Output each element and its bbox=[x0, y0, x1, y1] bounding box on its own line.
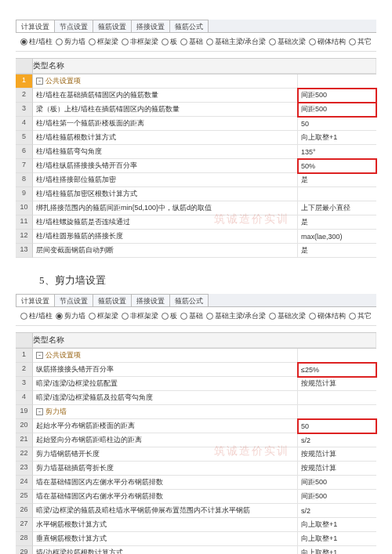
filter-radio[interactable]: 其它 bbox=[349, 311, 372, 321]
table-row[interactable]: 13 层间变截面钢筋自动判断是 bbox=[16, 244, 376, 258]
row-value[interactable]: s/2 bbox=[298, 504, 376, 518]
tab-hoop-settings[interactable]: 箍筋设置 bbox=[93, 20, 132, 32]
table-row[interactable]: 5 柱/墙柱箍筋根数计算方式向上取整+1 bbox=[16, 131, 376, 145]
row-value[interactable]: 50 bbox=[298, 117, 376, 131]
radio-icon bbox=[349, 313, 356, 320]
tab-node-settings[interactable]: 节点设置 bbox=[54, 294, 93, 306]
filter-radio[interactable]: 其它 bbox=[349, 37, 372, 47]
row-value[interactable]: s/2 bbox=[298, 433, 376, 447]
row-value[interactable]: 按规范计算 bbox=[298, 377, 376, 391]
filter-radio[interactable]: 基础次梁 bbox=[269, 311, 306, 321]
group-shearwall[interactable]: 19 -剪力墙 bbox=[16, 405, 376, 419]
group-public-settings-2[interactable]: 1 -公共设置项 bbox=[16, 349, 376, 363]
tab-node-settings[interactable]: 节点设置 bbox=[54, 20, 93, 32]
row-value[interactable]: ≤25% bbox=[298, 363, 376, 377]
table-row[interactable]: 25 墙在基础锚固区内右侧水平分布钢筋排数间距500 bbox=[16, 490, 376, 504]
filter-label: 基础 bbox=[189, 311, 203, 321]
filter-radio[interactable]: 柱/墙柱 bbox=[20, 311, 53, 321]
row-value[interactable]: 是 bbox=[298, 173, 376, 187]
tab-lap-settings[interactable]: 搭接设置 bbox=[131, 20, 170, 32]
table-row[interactable]: 23 剪力墙基础插筋弯折长度按规范计算 bbox=[16, 462, 376, 476]
table-row[interactable]: 28 垂直钢筋根数计算方式向上取整+1 bbox=[16, 532, 376, 546]
tab-calc-settings[interactable]: 计算设置 bbox=[16, 20, 55, 32]
filter-label: 非框架梁 bbox=[130, 37, 158, 47]
row-value[interactable]: 是 bbox=[298, 244, 376, 258]
table-row[interactable]: 6 柱/墙柱箍筋弯勾角度135° bbox=[16, 145, 376, 159]
row-value[interactable]: 按规范计算 bbox=[298, 462, 376, 476]
table-row[interactable]: 12 柱/墙柱圆形箍筋的搭接长度max(lae,300) bbox=[16, 230, 376, 244]
tab-hoop-formula[interactable]: 箍筋公式 bbox=[169, 294, 209, 306]
row-number: 10 bbox=[16, 201, 33, 215]
row-value[interactable] bbox=[298, 391, 376, 405]
filter-radio[interactable]: 柱/墙柱 bbox=[20, 37, 53, 47]
table-row[interactable]: 11 柱/墙柱螺旋箍筋是否连续通过是 bbox=[16, 215, 376, 230]
tab-hoop-settings[interactable]: 箍筋设置 bbox=[93, 294, 132, 306]
row-value[interactable]: 间距500 bbox=[298, 490, 376, 504]
filter-radio[interactable]: 框架梁 bbox=[89, 311, 118, 321]
tab-calc-settings[interactable]: 计算设置 bbox=[16, 294, 55, 306]
table-row[interactable]: 22 剪力墙钢筋错开长度按规范计算 bbox=[16, 447, 376, 462]
table-row[interactable]: 29 墙/边框梁拉筋根数计算方式向上取整+1 bbox=[16, 546, 376, 554]
row-value[interactable]: 50% bbox=[298, 159, 376, 173]
row-name: 柱/墙柱纵筋搭接接头错开百分率 bbox=[33, 159, 298, 173]
row-value[interactable]: max(lae,300) bbox=[298, 230, 376, 244]
filter-radio[interactable]: 砌体结构 bbox=[309, 311, 346, 321]
tab-lap-settings[interactable]: 搭接设置 bbox=[131, 294, 170, 306]
row-value[interactable]: 向上取整+1 bbox=[298, 532, 376, 546]
filter-radio[interactable]: 非框架梁 bbox=[122, 37, 158, 47]
collapse-icon[interactable]: - bbox=[36, 78, 43, 85]
filter-radio[interactable]: 基础 bbox=[180, 37, 203, 47]
radio-icon bbox=[89, 313, 96, 320]
row-value[interactable]: 间距500 bbox=[298, 476, 376, 490]
row-value[interactable]: 按规范计算 bbox=[298, 447, 376, 462]
filter-radio[interactable]: 剪力墙 bbox=[56, 311, 85, 321]
row-value[interactable]: 50 bbox=[298, 419, 376, 433]
table-row[interactable]: 8 柱/墙柱搭接部位箍筋加密是 bbox=[16, 173, 376, 187]
row-value[interactable]: 是 bbox=[298, 215, 376, 230]
table-row[interactable]: 27 水平钢筋根数计算方式向上取整+1 bbox=[16, 518, 376, 532]
row-number: 2 bbox=[16, 89, 33, 103]
row-number: 21 bbox=[16, 433, 33, 447]
table-row[interactable]: 4 柱/墙柱第一个箍筋距楼板面的距离50 bbox=[16, 117, 376, 131]
filter-radio[interactable]: 板 bbox=[162, 311, 177, 321]
filter-radio[interactable]: 基础主梁/承台梁 bbox=[206, 37, 267, 47]
table-row[interactable]: 9 柱/墙柱箍筋加密区根数计算方式 bbox=[16, 187, 376, 201]
table-row[interactable]: 20 起始水平分布钢筋距楼面的距离50 bbox=[16, 419, 376, 433]
table-row[interactable]: 2 柱/墙柱在基础插筋锚固区内的箍筋数量间距500 bbox=[16, 89, 376, 103]
collapse-icon[interactable]: - bbox=[36, 352, 43, 359]
filter-radio[interactable]: 基础 bbox=[180, 311, 203, 321]
filter-radio[interactable]: 框架梁 bbox=[89, 37, 118, 47]
group-public-settings[interactable]: 1 -公共设置项 bbox=[16, 74, 376, 89]
col-header-name: 类型名称 bbox=[33, 59, 376, 74]
table-row[interactable]: 3 暗梁/连梁/边框梁拉筋配置按规范计算 bbox=[16, 377, 376, 391]
row-value[interactable]: 间距500 bbox=[298, 103, 376, 117]
row-name: 柱/墙柱箍筋加密区根数计算方式 bbox=[33, 187, 298, 201]
tab-hoop-formula[interactable]: 箍筋公式 bbox=[169, 20, 209, 32]
filter-radio[interactable]: 剪力墙 bbox=[56, 37, 85, 47]
table-row[interactable]: 7 柱/墙柱纵筋搭接接头错开百分率50% bbox=[16, 159, 376, 173]
filter-radio[interactable]: 非框架梁 bbox=[122, 311, 158, 321]
table-row[interactable]: 2 纵筋搭接接头错开百分率≤25% bbox=[16, 363, 376, 377]
filter-radio[interactable]: 基础次梁 bbox=[269, 37, 306, 47]
row-value[interactable] bbox=[298, 187, 376, 201]
radio-icon bbox=[269, 313, 276, 320]
row-value[interactable]: 向上取整+1 bbox=[298, 518, 376, 532]
filter-radio[interactable]: 基础主梁/承台梁 bbox=[206, 311, 267, 321]
table-row[interactable]: 26 暗梁/边框梁的箍筋及暗柱墙水平钢筋伸展布置范围内不计算水平钢筋s/2 bbox=[16, 504, 376, 518]
row-value[interactable]: 向上取整+1 bbox=[298, 131, 376, 145]
row-value[interactable]: 间距500 bbox=[298, 89, 376, 103]
row-value[interactable]: 上下层最小直径 bbox=[298, 201, 376, 215]
row-number: 23 bbox=[16, 462, 33, 476]
row-value[interactable]: 向上取整+1 bbox=[298, 546, 376, 554]
filter-label: 非框架梁 bbox=[130, 311, 158, 321]
table-row[interactable]: 21 起始竖向分布钢筋距暗柱边的距离s/2 bbox=[16, 433, 376, 447]
filter-label: 砌体结构 bbox=[318, 37, 346, 47]
filter-radio[interactable]: 板 bbox=[162, 37, 177, 47]
table-row[interactable]: 10 绑扎搭接范围内的箍筋间距min{5d,100}中，纵筋d的取值上下层最小直… bbox=[16, 201, 376, 215]
table-row[interactable]: 4 暗梁/连梁/边框梁箍筋及拉筋弯勾角度 bbox=[16, 391, 376, 405]
collapse-icon[interactable]: - bbox=[36, 408, 43, 415]
table-row[interactable]: 24 墙在基础锚固区内左侧水平分布钢筋排数间距500 bbox=[16, 476, 376, 490]
filter-radio[interactable]: 砌体结构 bbox=[309, 37, 346, 47]
row-value[interactable]: 135° bbox=[298, 145, 376, 159]
table-row[interactable]: 3 梁（板）上柱/墙柱在插筋锚固区内的箍筋数量间距500 bbox=[16, 103, 376, 117]
